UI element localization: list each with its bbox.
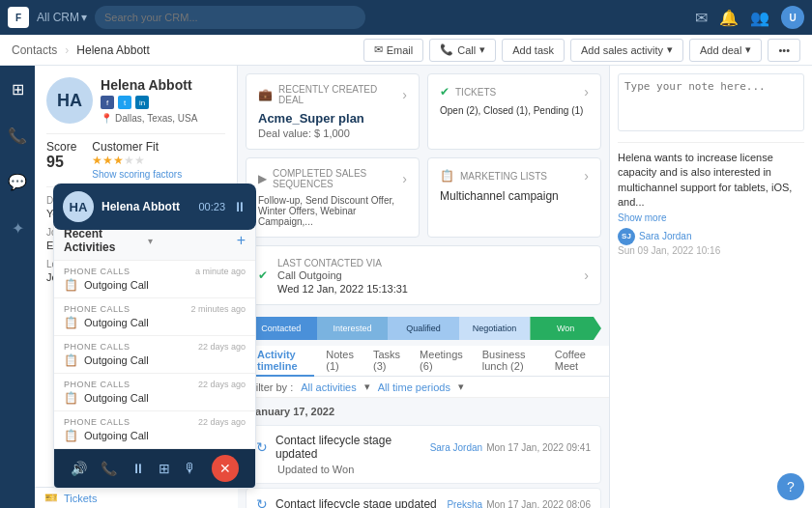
- ra-item-top-2: PHONE CALLS 2 minutes ago: [64, 304, 246, 314]
- search-input[interactable]: [95, 6, 365, 29]
- deal-card: 💼 Recently created deal › Acme_Super pla…: [246, 73, 420, 150]
- phone-icon-5: 📋: [64, 429, 78, 442]
- help-button[interactable]: ?: [777, 473, 804, 500]
- email-icon: ✉: [374, 43, 383, 56]
- tickets-bottom-bar: 🎫 Tickets: [35, 487, 238, 508]
- profile-score-row: Score 95 Customer Fit ★★★★★ Show scoring…: [46, 133, 225, 187]
- info-cards: 💼 Recently created deal › Acme_Super pla…: [238, 66, 609, 245]
- sub-navigation: Contacts › Helena Abbott ✉ Email 📞 Call …: [0, 35, 812, 66]
- ra-category-1: PHONE CALLS: [64, 267, 130, 276]
- show-more-link[interactable]: Show more: [618, 212, 667, 223]
- ra-item-text-3: Outgoing Call: [84, 354, 149, 366]
- add-sales-activity-button[interactable]: Add sales activity ▾: [570, 39, 683, 62]
- pause-icon[interactable]: ⏸: [233, 199, 246, 214]
- note-author-name: Sara Jordan: [639, 231, 691, 241]
- deal-dropdown-arrow[interactable]: ▾: [745, 43, 751, 56]
- stage-interested[interactable]: Interested: [317, 317, 389, 340]
- sidebar-item-home[interactable]: ⊞: [2, 73, 33, 104]
- lifecycle-icon-2: ↻: [256, 496, 268, 508]
- center-panel: 💼 Recently created deal › Acme_Super pla…: [238, 66, 609, 508]
- twitter-icon[interactable]: t: [118, 96, 131, 109]
- show-scoring-link[interactable]: Show scoring factors: [92, 169, 182, 180]
- marketing-arrow[interactable]: ›: [584, 168, 589, 183]
- volume-icon[interactable]: 🔊: [71, 461, 87, 476]
- tab-meetings[interactable]: Meetings (6): [412, 346, 471, 377]
- left-sidebar: ⊞ 📞 💬 ✦: [0, 66, 35, 508]
- filter-all-activities[interactable]: All activities: [301, 381, 356, 393]
- ra-chevron-icon[interactable]: ▾: [148, 236, 153, 246]
- tab-business-lunch[interactable]: Business lunch (2): [475, 346, 543, 377]
- keypad-icon[interactable]: ⊞: [159, 461, 170, 476]
- tab-notes[interactable]: Notes (1): [318, 346, 362, 377]
- sales-dropdown-arrow[interactable]: ▾: [667, 43, 673, 56]
- linkedin-icon[interactable]: in: [135, 96, 149, 109]
- filter-bar: Filter by : All activities ▾ All time pe…: [238, 377, 609, 398]
- phone-outgoing-icon: 📋: [64, 278, 78, 292]
- profile-header: HA Helena Abbott f t in 📍 Dallas, Texas,…: [46, 77, 225, 124]
- last-contact-info: Last contacted via Call Outgoing Wed 12 …: [277, 256, 408, 295]
- stage-contacted[interactable]: Contacted: [246, 317, 317, 340]
- deal-arrow[interactable]: ›: [402, 87, 407, 102]
- notes-textarea[interactable]: [618, 73, 804, 131]
- call-dropdown-arrow[interactable]: ▾: [479, 43, 485, 56]
- last-contact-icon: ✔: [258, 268, 268, 282]
- customer-fit-item: Customer Fit ★★★★★ Show scoring factors: [92, 140, 182, 181]
- profile-info: Helena Abbott f t in 📍 Dallas, Texas, US…: [101, 77, 197, 124]
- ra-item-label-3: 📋 Outgoing Call: [64, 353, 246, 367]
- sidebar-item-chat[interactable]: 💬: [2, 166, 33, 197]
- ra-category-5: PHONE CALLS: [64, 417, 130, 427]
- stage-won[interactable]: Won: [530, 317, 601, 340]
- mic-icon[interactable]: 🎙: [184, 461, 197, 476]
- ra-item-label-1: 📋 Outgoing Call: [64, 278, 246, 292]
- sequences-icon: ▶: [258, 172, 267, 185]
- all-crm-menu[interactable]: All CRM ▾: [37, 11, 87, 24]
- more-options-button[interactable]: •••: [768, 39, 800, 62]
- ra-time-2: 2 minutes ago: [190, 304, 246, 314]
- tickets-label[interactable]: Tickets: [64, 493, 97, 504]
- facebook-icon[interactable]: f: [101, 96, 114, 109]
- tab-coffee-meet[interactable]: Coffee Meet: [547, 346, 597, 377]
- stars: ★★★★★: [92, 154, 182, 167]
- compose-icon[interactable]: ✉: [695, 9, 708, 27]
- table-row: ↻ Contact lifecycle stage updated Preksh…: [246, 488, 601, 508]
- last-contact-card: ✔ Last contacted via Call Outgoing Wed 1…: [246, 245, 601, 305]
- phone-icon-4: 📋: [64, 391, 78, 405]
- add-task-button[interactable]: Add task: [502, 39, 565, 62]
- tickets-arrow[interactable]: ›: [584, 84, 589, 99]
- stage-qualified[interactable]: Qualified: [388, 317, 459, 340]
- filter-all-time-periods[interactable]: All time periods: [378, 381, 450, 393]
- tab-tasks[interactable]: Tasks (3): [365, 346, 408, 377]
- add-deal-button[interactable]: Add deal ▾: [689, 39, 762, 62]
- call-transfer-icon[interactable]: 📞: [101, 461, 117, 476]
- deal-sub: Deal value: $ 1,000: [258, 127, 407, 139]
- ra-add-button[interactable]: +: [237, 232, 246, 249]
- ra-category-2: PHONE CALLS: [64, 304, 130, 314]
- phone-icon: 📞: [440, 43, 453, 56]
- activity-author-2: Preksha: [447, 499, 482, 509]
- activity-item-header-2: ↻ Contact lifecycle stage updated Preksh…: [256, 496, 591, 508]
- table-row: ↻ Contact lifecycle stage updated Sara J…: [246, 425, 601, 484]
- tickets-status-icon: ✔: [440, 85, 450, 99]
- user-avatar[interactable]: U: [781, 6, 804, 29]
- stage-negotiation[interactable]: Negotiation: [459, 317, 531, 340]
- last-contact-channel: Call Outgoing: [277, 269, 408, 281]
- campaign-name: Multichannel campaign: [440, 189, 589, 203]
- phone-icon-2: 📋: [64, 316, 78, 329]
- end-call-button[interactable]: ✕: [212, 455, 239, 482]
- sidebar-item-phone[interactable]: 📞: [2, 120, 33, 151]
- marketing-card-header: 📋 Marketing lists ›: [440, 168, 589, 183]
- email-button[interactable]: ✉ Email: [363, 39, 424, 62]
- tab-activity-timeline[interactable]: Activity timeline: [249, 346, 314, 377]
- call-button[interactable]: 📞 Call ▾: [429, 39, 496, 62]
- ra-category-4: PHONE CALLS: [64, 380, 130, 389]
- sidebar-item-star[interactable]: ✦: [2, 212, 33, 243]
- last-contact-arrow[interactable]: ›: [584, 268, 589, 283]
- contacts-link[interactable]: Contacts: [12, 43, 57, 57]
- mute-icon[interactable]: ⏸: [131, 461, 145, 476]
- call-timer: 00:23: [198, 201, 225, 212]
- bell-icon[interactable]: 🔔: [719, 9, 739, 27]
- users-icon[interactable]: 👥: [750, 9, 769, 27]
- activity-meta-2: Preksha Mon 17 Jan, 2022 08:06: [447, 499, 591, 509]
- sequences-arrow[interactable]: ›: [402, 171, 407, 186]
- deal-title: Acme_Super plan: [258, 111, 407, 126]
